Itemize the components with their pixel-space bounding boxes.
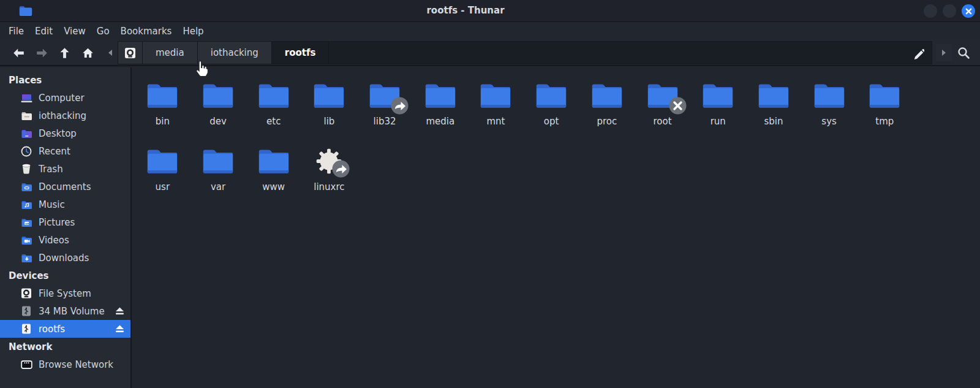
documents-folder-icon: [20, 181, 32, 192]
file-item-run[interactable]: run: [690, 75, 746, 140]
file-item-usr[interactable]: usr: [135, 140, 190, 206]
sidebar-item-desktop[interactable]: Desktop: [0, 124, 130, 142]
sidebar-item-file-system[interactable]: File System: [0, 284, 130, 302]
folder-icon: [588, 80, 626, 112]
file-item-opt[interactable]: opt: [524, 75, 579, 140]
computer-icon: [20, 93, 32, 104]
eject-button[interactable]: [115, 324, 124, 333]
folder-icon: [255, 145, 293, 177]
close-icon: [965, 8, 972, 15]
file-item-proc[interactable]: proc: [579, 75, 635, 140]
menu-help[interactable]: Help: [177, 24, 209, 39]
folder-icon: [199, 80, 237, 112]
breadcrumb-media[interactable]: media: [142, 41, 197, 64]
sidebar-item-trash[interactable]: Trash: [0, 160, 130, 178]
symlink-emblem-icon: [331, 159, 350, 178]
file-label: proc: [597, 116, 617, 126]
forward-button[interactable]: [31, 42, 52, 63]
file-label: mnt: [486, 116, 505, 126]
window-menu-folder-icon[interactable]: [18, 5, 33, 17]
sidebar-header-network: Network: [0, 338, 130, 356]
file-item-root[interactable]: root: [635, 75, 690, 140]
search-button[interactable]: [953, 43, 974, 63]
file-item-linuxrc[interactable]: linuxrc: [301, 140, 357, 206]
menubar: File Edit View Go Bookmarks Help: [0, 23, 980, 39]
file-item-www[interactable]: www: [246, 140, 301, 206]
sidebar-item-label: 34 MB Volume: [39, 306, 105, 317]
edit-path-pencil-icon: [913, 48, 924, 59]
folder-icon: [699, 80, 737, 112]
file-item-sys[interactable]: sys: [801, 75, 857, 140]
file-item-bin[interactable]: bin: [135, 75, 190, 140]
folder-icon: [199, 145, 237, 177]
chevron-right-icon: [941, 49, 947, 56]
sidebar-item-label: Videos: [39, 235, 69, 246]
edit-path-button[interactable]: [911, 46, 925, 61]
file-label: linuxrc: [314, 182, 344, 192]
file-item-var[interactable]: var: [190, 140, 246, 206]
breadcrumb-filesystem-root[interactable]: [118, 41, 142, 64]
sidebar-item-label: Recent: [39, 146, 70, 157]
trash-icon: [20, 164, 32, 175]
file-item-mnt[interactable]: mnt: [468, 75, 524, 140]
breadcrumb-rootfs[interactable]: rootfs: [271, 41, 330, 64]
sidebar-item-recent[interactable]: Recent: [0, 142, 130, 160]
close-button[interactable]: [962, 4, 975, 18]
file-item-sbin[interactable]: sbin: [746, 75, 802, 140]
folder-icon: [532, 80, 570, 112]
usb-drive-icon: [20, 306, 32, 317]
sidebar-header-places: Places: [0, 71, 130, 89]
maximize-button[interactable]: [943, 4, 956, 18]
search-icon: [957, 46, 970, 59]
file-item-lib32[interactable]: lib32: [357, 75, 413, 140]
sidebar-item-label: Desktop: [39, 128, 77, 139]
sidebar-item-iothacking[interactable]: iothacking: [0, 107, 130, 124]
sidebar-item-label: rootfs: [39, 324, 65, 335]
menu-edit[interactable]: Edit: [29, 24, 58, 39]
toolbar: media iothacking rootfs: [0, 39, 980, 66]
file-label: usr: [156, 182, 170, 192]
pictures-folder-icon: [20, 217, 32, 228]
file-label: var: [211, 182, 225, 192]
sidebar-item-computer[interactable]: Computer: [0, 89, 130, 107]
path-scroll-left-button[interactable]: [103, 41, 118, 64]
file-view[interactable]: bin dev etc lib lib32: [133, 67, 980, 388]
up-button[interactable]: [54, 42, 75, 63]
menu-go[interactable]: Go: [91, 24, 115, 39]
filesystem-root-icon: [124, 47, 136, 59]
folder-icon: [421, 80, 459, 112]
menu-view[interactable]: View: [58, 24, 91, 39]
titlebar[interactable]: rootfs - Thunar: [0, 0, 980, 22]
sidebar-header-devices: Devices: [0, 267, 130, 284]
home-button[interactable]: [77, 42, 98, 63]
sidebar-item-label: iothacking: [39, 110, 86, 121]
sidebar-item-music[interactable]: Music: [0, 196, 130, 213]
file-item-media[interactable]: media: [412, 75, 468, 140]
sidebar-item-documents[interactable]: Documents: [0, 178, 130, 196]
folder-icon: [143, 80, 181, 112]
file-item-dev[interactable]: dev: [190, 75, 246, 140]
menu-bookmarks[interactable]: Bookmarks: [115, 24, 178, 39]
eject-button[interactable]: [115, 306, 124, 316]
sidebar-item-34mb-volume[interactable]: 34 MB Volume: [0, 302, 130, 320]
file-label: tmp: [875, 116, 894, 126]
path-empty-area[interactable]: [329, 41, 932, 64]
sidebar-item-downloads[interactable]: Downloads: [0, 249, 130, 267]
desktop-folder-icon: [20, 128, 32, 139]
sidebar-item-rootfs[interactable]: rootfs: [0, 320, 130, 338]
breadcrumb-iothacking[interactable]: iothacking: [197, 41, 271, 64]
sidebar-item-pictures[interactable]: Pictures: [0, 213, 130, 231]
file-item-lib[interactable]: lib: [301, 75, 357, 140]
window-title: rootfs - Thunar: [426, 5, 504, 16]
file-item-tmp[interactable]: tmp: [857, 75, 913, 140]
sidebar-item-label: Pictures: [39, 217, 75, 228]
sidebar-item-videos[interactable]: Videos: [0, 231, 130, 249]
file-item-etc[interactable]: etc: [246, 75, 301, 140]
sidebar-item-label: Documents: [39, 181, 91, 192]
file-label: www: [262, 182, 285, 192]
minimize-button[interactable]: [924, 4, 937, 18]
path-scroll-right-button[interactable]: [936, 44, 952, 61]
menu-file[interactable]: File: [3, 24, 29, 39]
back-button[interactable]: [8, 42, 29, 63]
sidebar-item-browse-network[interactable]: Browse Network: [0, 356, 130, 373]
